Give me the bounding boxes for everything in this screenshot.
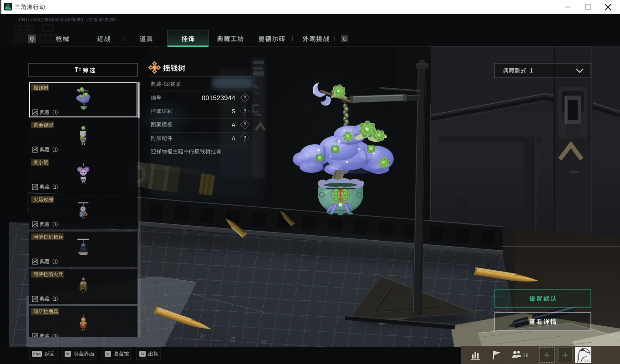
- svg-text:?: ?: [244, 122, 246, 127]
- svg-text:CN UID:54120516436043800691_20: CN UID:54120516436043800691_202604202209: [19, 17, 116, 22]
- svg-text:E: E: [343, 36, 346, 41]
- svg-text:16: 16: [523, 353, 529, 358]
- svg-text:30: 30: [584, 358, 590, 364]
- svg-text:Esc: Esc: [33, 352, 41, 356]
- svg-text:H: H: [66, 352, 70, 356]
- svg-text:26: 26: [260, 339, 266, 344]
- svg-text:?: ?: [244, 109, 246, 114]
- svg-text:C: C: [107, 352, 110, 356]
- svg-text:?: ?: [244, 95, 246, 100]
- svg-text:Q: Q: [30, 36, 34, 41]
- svg-text:S: S: [141, 352, 144, 356]
- svg-text:001523944: 001523944: [202, 94, 235, 101]
- svg-text:?: ?: [244, 136, 246, 141]
- svg-text:S: S: [232, 108, 235, 115]
- svg-text:24: 24: [200, 333, 206, 339]
- svg-text:25: 25: [230, 336, 236, 342]
- svg-text:A: A: [232, 122, 236, 128]
- svg-text:A: A: [232, 136, 236, 142]
